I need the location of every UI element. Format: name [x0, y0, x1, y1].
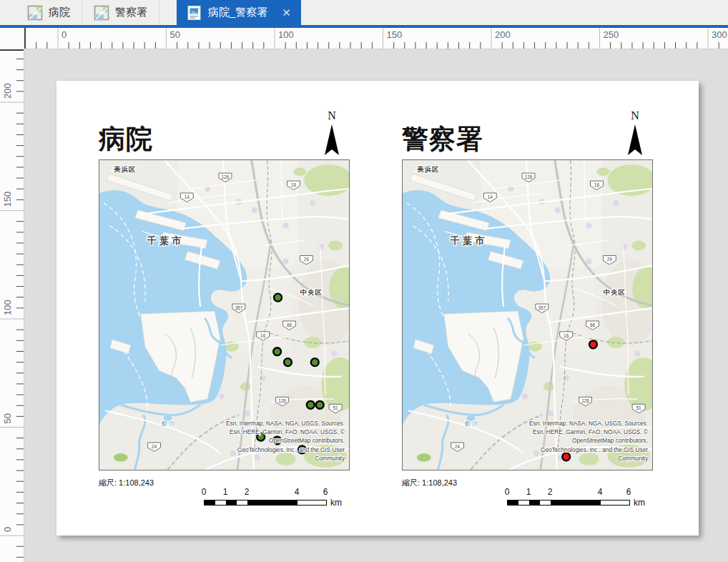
close-icon[interactable]: ✕: [282, 6, 291, 19]
svg-text:66: 66: [287, 322, 292, 327]
svg-text:250: 250: [604, 29, 619, 40]
layout-canvas[interactable]: 病院 N 14126163572966161265124美浜区千葉市中央区都川E…: [24, 49, 728, 562]
svg-text:都川: 都川: [161, 420, 176, 427]
svg-text:29: 29: [607, 257, 613, 262]
scale-bar-segments: [507, 500, 630, 506]
tab-hospital-map[interactable]: 病院: [16, 0, 82, 25]
svg-text:14: 14: [185, 194, 190, 199]
svg-text:126: 126: [581, 398, 589, 403]
north-arrow[interactable]: N: [625, 109, 645, 157]
tab-label: 病院_警察署: [208, 6, 267, 19]
svg-text:357: 357: [538, 305, 546, 310]
scale-text[interactable]: 縮尺: 1:108,243: [402, 478, 457, 488]
svg-text:150: 150: [387, 29, 403, 40]
svg-text:50: 50: [170, 29, 180, 40]
north-arrow[interactable]: N: [322, 109, 342, 157]
map-icon: [94, 5, 109, 21]
scale-text[interactable]: 縮尺: 1:108,243: [99, 478, 154, 488]
svg-text:200: 200: [2, 83, 13, 99]
tab-label: 病院: [49, 6, 70, 19]
map-frame-police[interactable]: 14126163572966161265124美浜区千葉市中央区都川Esri, …: [402, 159, 653, 470]
svg-text:100: 100: [2, 300, 13, 315]
tab-label: 警察署: [115, 6, 147, 19]
svg-text:16: 16: [594, 182, 600, 187]
layout-page[interactable]: 病院 N 14126163572966161265124美浜区千葉市中央区都川E…: [56, 81, 699, 536]
view-tab-bar: 病院 警察署: [0, 0, 728, 25]
scale-bar[interactable]: 0 1 2 4 6 km: [507, 487, 657, 510]
svg-text:357: 357: [235, 305, 242, 310]
scale-bar-segments: [204, 500, 327, 506]
map-icon: [27, 5, 43, 21]
svg-text:150: 150: [2, 192, 13, 207]
svg-text:300: 300: [712, 29, 727, 40]
north-arrow-icon: [323, 124, 340, 157]
map-panel-hospital: 病院 N 14126163572966161265124美浜区千葉市中央区都川E…: [99, 107, 350, 526]
svg-text:16: 16: [291, 182, 297, 187]
svg-text:16: 16: [564, 333, 569, 338]
scale-bar-numbers: 0 1 2 4 6: [507, 487, 650, 497]
svg-text:29: 29: [304, 257, 310, 262]
svg-text:51: 51: [333, 405, 339, 410]
svg-text:都川: 都川: [464, 420, 479, 427]
svg-text:美浜区: 美浜区: [416, 165, 439, 173]
svg-text:0: 0: [62, 29, 67, 40]
svg-text:24: 24: [455, 444, 461, 449]
svg-text:16: 16: [260, 333, 266, 338]
svg-text:100: 100: [278, 29, 294, 40]
horizontal-ruler: 050100150200250300: [24, 28, 728, 49]
vertical-ruler: 200150100500: [0, 49, 24, 562]
map-title[interactable]: 病院: [99, 122, 153, 157]
svg-text:0: 0: [2, 527, 13, 532]
north-label: N: [322, 109, 342, 122]
scale-bar-unit: km: [634, 498, 645, 508]
layout-icon: [187, 5, 202, 21]
svg-text:50: 50: [2, 413, 13, 423]
svg-text:126: 126: [222, 174, 230, 179]
svg-text:126: 126: [525, 174, 533, 179]
svg-text:66: 66: [590, 322, 596, 327]
ruler-corner: [0, 28, 24, 49]
svg-text:51: 51: [636, 405, 642, 410]
scale-bar-unit: km: [330, 498, 342, 508]
svg-text:美浜区: 美浜区: [113, 165, 136, 173]
svg-text:200: 200: [495, 29, 511, 40]
svg-text:14: 14: [488, 194, 493, 199]
scale-bar[interactable]: 0 1 2 4 6 km: [204, 487, 354, 510]
svg-text:千葉市: 千葉市: [146, 235, 184, 246]
svg-text:千葉市: 千葉市: [449, 235, 487, 246]
map-panel-police: 警察署 N 14126163572966161265124美浜区千葉市中央区都川…: [402, 107, 653, 526]
tab-police-map[interactable]: 警察署: [82, 0, 159, 25]
svg-text:24: 24: [152, 444, 157, 449]
north-label: N: [625, 109, 645, 122]
map-title[interactable]: 警察署: [402, 122, 483, 157]
svg-text:中央区: 中央区: [300, 288, 323, 296]
tab-layout-hospital-police[interactable]: 病院_警察署 ✕: [177, 0, 301, 25]
north-arrow-icon: [626, 124, 644, 157]
scale-bar-numbers: 0 1 2 4 6: [204, 487, 347, 497]
map-frame-hospital[interactable]: 14126163572966161265124美浜区千葉市中央区都川Esri, …: [99, 159, 350, 470]
svg-text:中央区: 中央区: [604, 288, 626, 296]
svg-text:126: 126: [278, 398, 286, 403]
